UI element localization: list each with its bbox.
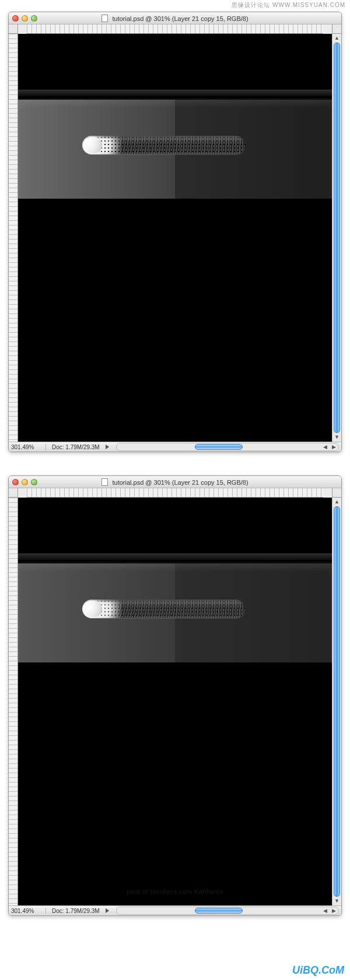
horizontal-scroll-thumb[interactable] <box>195 444 243 450</box>
ruler-origin[interactable] <box>9 24 18 34</box>
artwork: post of toonfans.com Kahlianis <box>18 498 332 905</box>
vertical-scrollbar[interactable]: ▲ ▼ <box>332 34 341 442</box>
status-menu-icon[interactable] <box>106 445 109 449</box>
close-icon[interactable] <box>12 15 19 22</box>
ruler-vertical[interactable] <box>9 34 18 442</box>
scroll-right-icon[interactable]: ▶ <box>331 444 337 450</box>
zoom-level[interactable]: 301.49% <box>11 444 46 450</box>
minimize-icon[interactable] <box>22 15 28 22</box>
photoshop-document-window: tutorial.psd @ 301% (Layer 21 copy 15, R… <box>8 12 342 452</box>
horizontal-scrollbar[interactable]: ◀ ▶ <box>116 443 339 451</box>
traffic-lights <box>12 15 37 22</box>
scroll-down-icon[interactable]: ▼ <box>334 898 340 904</box>
speaker-slot-graphic <box>82 600 246 618</box>
minimize-icon[interactable] <box>22 479 28 485</box>
doc-size[interactable]: Doc: 1.79M/29.3M <box>50 444 102 450</box>
window-titlebar[interactable]: tutorial.psd @ 301% (Layer 21 copy 15, R… <box>9 12 341 24</box>
document-icon <box>102 15 108 22</box>
zoom-level[interactable]: 301.49% <box>11 908 46 914</box>
vertical-scrollbar[interactable]: ▲ ▼ <box>332 498 341 905</box>
scroll-up-icon[interactable]: ▲ <box>334 499 340 505</box>
zoom-icon[interactable] <box>31 479 37 485</box>
speaker-slot-graphic <box>82 136 246 154</box>
scroll-up-icon[interactable]: ▲ <box>334 35 340 41</box>
close-icon[interactable] <box>12 479 19 485</box>
credit-text: post of toonfans.com Kahlianis <box>127 888 223 895</box>
vertical-scroll-thumb[interactable] <box>334 43 340 433</box>
artwork <box>18 34 332 442</box>
window-title: tutorial.psd @ 301% (Layer 21 copy 15, R… <box>9 478 341 486</box>
scroll-left-icon[interactable]: ◀ <box>322 908 328 914</box>
horizontal-scrollbar[interactable]: ◀ ▶ <box>116 907 339 915</box>
horizontal-scroll-thumb[interactable] <box>195 908 243 914</box>
document-icon <box>102 478 108 486</box>
canvas[interactable]: post of toonfans.com Kahlianis <box>18 498 332 905</box>
traffic-lights <box>12 479 37 485</box>
status-bar: 301.49% Doc: 1.79M/29.3M ◀ ▶ <box>9 905 341 915</box>
canvas[interactable] <box>18 34 332 442</box>
ruler-horizontal[interactable] <box>27 488 323 498</box>
zoom-icon[interactable] <box>31 15 37 22</box>
window-title: tutorial.psd @ 301% (Layer 21 copy 15, R… <box>9 15 341 22</box>
ruler-origin[interactable] <box>9 488 18 498</box>
status-bar: 301.49% Doc: 1.79M/29.3M ◀ ▶ <box>9 442 341 452</box>
status-menu-icon[interactable] <box>106 908 109 913</box>
scroll-down-icon[interactable]: ▼ <box>334 434 340 440</box>
window-titlebar[interactable]: tutorial.psd @ 301% (Layer 21 copy 15, R… <box>9 476 341 488</box>
scroll-right-icon[interactable]: ▶ <box>331 908 337 914</box>
vertical-scroll-thumb[interactable] <box>334 506 340 897</box>
ruler-vertical[interactable] <box>9 498 18 905</box>
doc-size[interactable]: Doc: 1.79M/29.3M <box>50 908 102 914</box>
photoshop-document-window: tutorial.psd @ 301% (Layer 21 copy 15, R… <box>8 475 342 916</box>
ruler-horizontal[interactable] <box>27 24 323 34</box>
watermark-top: 思缘设计论坛 WWW.MISSYUAN.COM <box>232 1 345 9</box>
scroll-left-icon[interactable]: ◀ <box>322 444 328 450</box>
